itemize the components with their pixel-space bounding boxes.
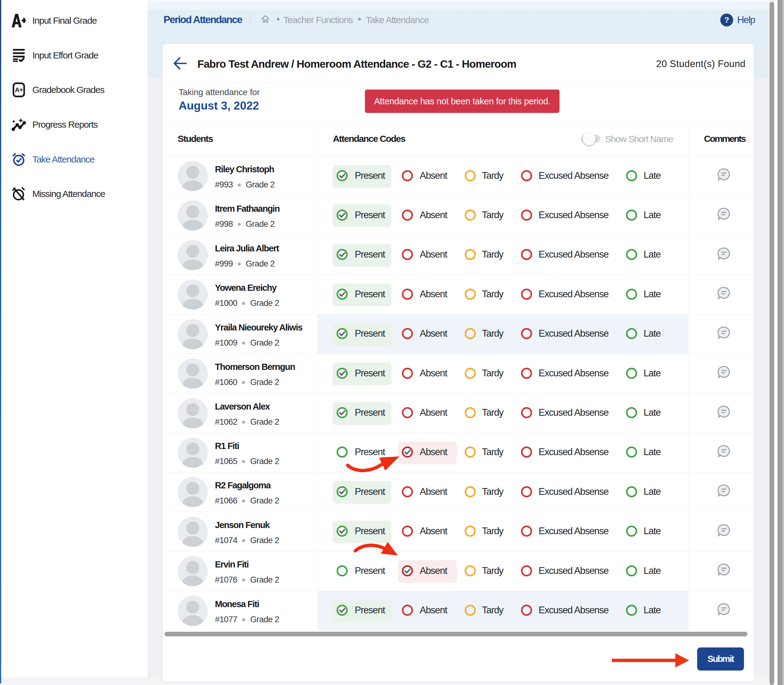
svg-text:?: ?: [724, 15, 729, 24]
svg-text:A+: A+: [15, 86, 23, 93]
